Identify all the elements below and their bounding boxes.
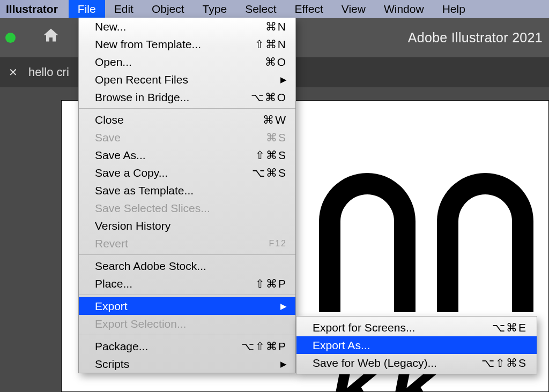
menubar-file[interactable]: File <box>69 0 105 18</box>
submenu-item-export-for-screens[interactable]: Export for Screens... ⌥⌘E <box>296 319 537 336</box>
menu-item-save-as-template[interactable]: Save as Template... <box>79 182 295 199</box>
home-icon[interactable] <box>41 26 61 50</box>
menu-item-shortcut: ⌘S <box>266 131 287 144</box>
menubar-type[interactable]: Type <box>194 0 236 18</box>
menu-item-label: Save a Copy... <box>95 167 252 179</box>
menu-item-label: Close <box>95 114 263 126</box>
submenu-item-export-as[interactable]: Export As... <box>296 336 537 354</box>
submenu-arrow-icon: ▶ <box>280 359 287 369</box>
menubar-window[interactable]: Window <box>375 0 433 18</box>
traffic-light-green-icon[interactable] <box>5 33 16 43</box>
menu-item-label: Save as Template... <box>95 184 287 197</box>
menu-separator <box>79 295 295 295</box>
menu-item-shortcut: ⌥⌘S <box>252 167 287 179</box>
menu-item-shortcut: ⌘O <box>265 56 287 69</box>
menu-item-label: Version History <box>95 220 287 232</box>
menu-item-label: Save <box>95 131 266 144</box>
submenu-item-save-for-web[interactable]: Save for Web (Legacy)... ⌥⇧⌘S <box>296 354 537 372</box>
menu-item-open[interactable]: Open... ⌘O <box>79 53 295 71</box>
menu-item-label: Place... <box>95 277 255 290</box>
menu-item-save-a-copy[interactable]: Save a Copy... ⌥⌘S <box>79 164 295 182</box>
menu-item-label: Export Selection... <box>95 318 287 330</box>
menu-item-export-selection: Export Selection... <box>79 315 295 333</box>
menu-item-package[interactable]: Package... ⌥⇧⌘P <box>79 337 295 355</box>
menu-item-search-adobe-stock[interactable]: Search Adobe Stock... <box>79 257 295 275</box>
tab-title[interactable]: hello cri <box>28 65 69 79</box>
menu-item-shortcut: ⌘W <box>263 114 287 126</box>
menu-item-label: Save for Web (Legacy)... <box>313 357 481 370</box>
menu-item-shortcut: ⌥⇧⌘P <box>241 340 287 353</box>
menubar-help[interactable]: Help <box>433 0 474 18</box>
menubar-edit[interactable]: Edit <box>105 0 143 18</box>
menu-item-save-selected-slices: Save Selected Slices... <box>79 199 295 217</box>
menu-item-label: Package... <box>95 340 241 353</box>
tab-close-icon[interactable]: ✕ <box>9 66 18 79</box>
menu-item-label: Export for Screens... <box>313 321 492 334</box>
artwork-glyph <box>437 173 533 312</box>
menu-separator <box>79 108 295 109</box>
menu-item-label: Save Selected Slices... <box>95 202 287 215</box>
menu-item-export[interactable]: Export ▶ <box>79 297 295 315</box>
menu-item-shortcut: ⌥⌘E <box>492 321 527 334</box>
menu-separator <box>79 254 295 255</box>
menu-item-shortcut: ⇧⌘S <box>255 149 287 162</box>
menu-item-label: New... <box>95 20 265 33</box>
menu-item-shortcut: ⌥⌘O <box>251 91 287 104</box>
export-submenu: Export for Screens... ⌥⌘E Export As... S… <box>296 316 537 374</box>
menu-item-label: Save As... <box>95 149 255 162</box>
menu-item-label: Open... <box>95 56 265 69</box>
menu-item-label: Scripts <box>95 358 280 371</box>
menu-item-label: Browse in Bridge... <box>95 91 251 104</box>
menu-item-new-from-template[interactable]: New from Template... ⇧⌘N <box>79 35 295 53</box>
submenu-arrow-icon: ▶ <box>280 75 287 85</box>
menu-item-close[interactable]: Close ⌘W <box>79 111 295 129</box>
menubar-select[interactable]: Select <box>236 0 285 18</box>
menubar-brand[interactable]: Illustrator <box>0 0 69 18</box>
menu-item-label: Search Adobe Stock... <box>95 260 287 273</box>
menu-item-new[interactable]: New... ⌘N <box>79 18 295 35</box>
menu-item-browse-bridge[interactable]: Browse in Bridge... ⌥⌘O <box>79 88 295 106</box>
menubar: Illustrator File Edit Object Type Select… <box>0 0 549 18</box>
menu-separator <box>79 335 295 335</box>
menu-item-open-recent[interactable]: Open Recent Files ▶ <box>79 71 295 88</box>
menu-item-label: New from Template... <box>95 38 255 51</box>
menubar-object[interactable]: Object <box>143 0 194 18</box>
menu-item-version-history[interactable]: Version History <box>79 217 295 235</box>
menu-item-scripts[interactable]: Scripts ▶ <box>79 355 295 373</box>
menu-item-shortcut: ⇧⌘P <box>255 277 287 290</box>
menu-item-shortcut: ⇧⌘N <box>255 38 287 51</box>
menubar-view[interactable]: View <box>332 0 375 18</box>
menu-item-label: Export As... <box>313 339 527 352</box>
menu-item-shortcut: F12 <box>269 239 287 248</box>
menu-item-save: Save ⌘S <box>79 129 295 146</box>
menu-item-label: Revert <box>95 237 269 250</box>
menu-item-shortcut: ⌥⇧⌘S <box>481 357 527 370</box>
file-menu-dropdown: New... ⌘N New from Template... ⇧⌘N Open.… <box>78 18 296 373</box>
submenu-arrow-icon: ▶ <box>280 301 287 311</box>
menu-item-save-as[interactable]: Save As... ⇧⌘S <box>79 146 295 164</box>
menu-item-revert: Revert F12 <box>79 235 295 252</box>
menubar-effect[interactable]: Effect <box>286 0 332 18</box>
menu-item-shortcut: ⌘N <box>265 20 287 33</box>
menu-item-place[interactable]: Place... ⇧⌘P <box>79 275 295 292</box>
artwork-glyph <box>319 173 416 312</box>
menu-item-label: Export <box>95 300 280 313</box>
menu-item-label: Open Recent Files <box>95 73 280 86</box>
app-title: Adobe Illustrator 2021 <box>408 30 543 46</box>
